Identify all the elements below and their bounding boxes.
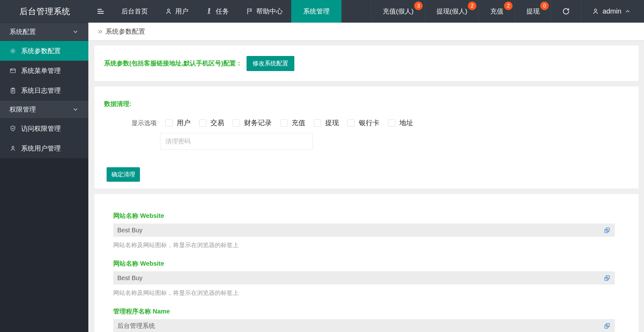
chevron-down-icon [72,106,79,113]
checkbox[interactable] [314,119,321,127]
checkbox-label: 地址 [399,118,413,128]
gear-icon [9,47,16,54]
window-icon [9,67,16,74]
checkbox[interactable] [199,119,206,127]
nav-item-tasks[interactable]: 任务 [197,0,237,23]
refresh-icon [562,7,570,15]
checkbox-group-bankcard[interactable]: 银行卡 [347,118,380,128]
hamburger-icon [96,7,105,16]
nav-item-system-active[interactable]: 系统管理 [291,0,341,23]
quick-item-recharge[interactable]: 充值 2 [479,0,515,23]
checkbox-group-address[interactable]: 地址 [388,118,413,128]
panel-system-params: 系统参数(包括客服链接地址,默认手机区号)配置： 修改系统配置 [94,46,639,81]
options-label: 显示选项 [131,119,157,127]
quick-label: 提现 [526,7,540,16]
checkbox-group-withdraw[interactable]: 提现 [314,118,339,128]
quick-item-recharge-fake[interactable]: 充值(假人) 3 [371,0,425,23]
sidebar-group-system-config[interactable]: 系统配置 [0,23,88,41]
clipboard-icon [9,87,16,94]
app-title: 后台管理系统 [0,0,88,23]
nav-label: 后台首页 [121,7,148,16]
user-menu[interactable]: admin [581,0,644,23]
sidebar-item-label: 系统参数配置 [21,47,61,55]
nav-label: 任务 [216,7,229,16]
copy-icon[interactable] [603,227,611,234]
sidebar: 系统配置 系统参数配置 系统菜单管理 [0,23,88,332]
field-label: 网站名称 Website [113,212,615,220]
flag-icon [246,8,253,15]
checkbox[interactable] [347,119,355,127]
refresh-button[interactable] [551,0,581,23]
group-label: 权限管理 [9,105,36,114]
sidebar-group-permissions[interactable]: 权限管理 [0,100,88,119]
checkbox[interactable] [388,119,395,127]
system-params-label: 系统参数(包括客服链接地址,默认手机区号)配置： [104,59,242,68]
copy-icon[interactable] [603,322,611,329]
checkbox-group-finance-records[interactable]: 财务记录 [233,118,272,128]
group-label: 系统配置 [9,27,36,36]
panel-site-settings: 网站名称 Website 网站名称及网站图标，将显示在浏览器的标签上 网站名称 … [94,194,639,332]
clean-options-row: 显示选项 用户 交易 财务记录 [131,118,639,128]
breadcrumb: » 系统参数配置 [88,23,644,40]
quick-item-withdraw[interactable]: 提现 0 [515,0,551,23]
user-icon [165,8,172,15]
user-icon [592,8,599,15]
field-input-wrap [113,224,615,237]
nav-item-home[interactable]: 后台首页 [113,0,156,23]
sidebar-item-system-users[interactable]: 系统用户管理 [0,138,88,158]
nav-item-help-center[interactable]: 帮助中心 [237,0,291,23]
sidebar-filler [0,158,88,332]
nav-item-users[interactable]: 用户 [156,0,197,23]
checkbox[interactable] [233,119,240,127]
notification-badge: 3 [414,2,423,10]
checkbox-label: 用户 [177,118,191,128]
user-name: admin [602,7,621,15]
checkbox-group-recharge[interactable]: 充值 [280,118,305,128]
chevron-down-icon [72,28,79,35]
shield-check-icon [9,125,16,132]
sidebar-item-system-menu[interactable]: 系统菜单管理 [0,61,88,80]
topbar: 后台管理系统 后台首页 用户 任务 [0,0,644,23]
clean-password-input[interactable] [160,133,313,150]
quick-label: 提现(假人) [436,7,467,16]
field-help-text: 网站名称及网站图标，将显示在浏览器的标签上 [113,289,615,297]
website-name-input[interactable] [117,227,603,234]
notification-badge: 0 [540,2,549,10]
sidebar-toggle-button[interactable] [88,0,113,23]
field-help-text: 网站名称及网站图标，将显示在浏览器的标签上 [113,241,615,249]
page-title: 系统参数配置 [105,27,145,36]
app-window: 后台管理系统 后台首页 用户 任务 [0,0,644,332]
field-website-name-1: 网站名称 Website 网站名称及网站图标，将显示在浏览器的标签上 [113,212,615,249]
notification-badge: 2 [504,2,513,10]
content-area: 系统参数(包括客服链接地址,默认手机区号)配置： 修改系统配置 数据清理: 显示… [88,40,644,332]
field-label: 管理程序名称 Name [113,307,615,316]
checkbox[interactable] [165,119,173,127]
main-nav: 后台首页 用户 任务 帮助中心 系统管理 [113,0,341,23]
topbar-right: 充值(假人) 3 提现(假人) 2 充值 2 提现 0 [371,0,644,23]
nav-label: 帮助中心 [256,7,283,16]
modify-system-config-button[interactable]: 修改系统配置 [247,56,294,71]
sidebar-item-system-params[interactable]: 系统参数配置 [0,41,88,61]
breadcrumb-chevrons-icon: » [98,27,102,35]
field-label: 网站名称 Website [113,259,615,268]
sidebar-item-access-permission[interactable]: 访问权限管理 [0,119,88,138]
data-clean-title: 数据清理: [104,100,639,108]
checkbox-group-users[interactable]: 用户 [165,118,191,128]
confirm-clean-button[interactable]: 确定清理 [107,167,140,182]
main-content: » 系统参数配置 系统参数(包括客服链接地址,默认手机区号)配置： 修改系统配置… [88,23,644,332]
quick-label: 充值 [490,7,503,16]
checkbox-label: 提现 [325,118,339,128]
checkbox[interactable] [280,119,287,127]
quick-label: 充值(假人) [383,7,414,16]
admin-name-input[interactable] [117,322,603,329]
checkbox-group-trades[interactable]: 交易 [199,118,224,128]
checkbox-label: 交易 [210,118,224,128]
nav-label: 用户 [175,7,188,16]
user-icon [9,145,16,152]
chevron-up-icon [625,8,631,14]
website-name-input[interactable] [117,274,603,282]
field-admin-name: 管理程序名称 Name 管理程序名称，将显示在后台左上角标题 [113,307,615,332]
quick-item-withdraw-fake[interactable]: 提现(假人) 2 [425,0,479,23]
sidebar-item-system-log[interactable]: 系统日志管理 [0,80,88,100]
copy-icon[interactable] [603,274,611,282]
